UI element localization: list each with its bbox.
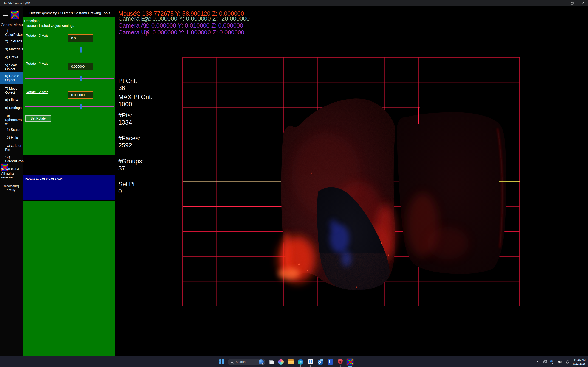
windows-update-icon[interactable] (565, 360, 570, 364)
shield-icon (338, 359, 343, 365)
l-app-button[interactable]: L (326, 358, 334, 366)
copyright-text: © Jeff Kubitz. All rights reserved. (1, 167, 22, 179)
rotate-x-slider[interactable] (25, 47, 114, 53)
clock[interactable]: 11:46 AM 9/23/2025 (573, 358, 586, 366)
store-icon (308, 359, 313, 365)
search-placeholder: Search (236, 360, 257, 364)
microsoft-store-button[interactable] (307, 358, 314, 366)
sidebar-item-draw[interactable]: 4) Draw! (5, 55, 24, 59)
copilot-icon (278, 359, 284, 365)
svg-text:!: ! (551, 361, 552, 362)
stat-pt-cnt: Pt Cnt:36 (118, 77, 137, 92)
edge-button[interactable] (297, 358, 304, 366)
rotate-x-slider-thumb[interactable] (80, 47, 82, 52)
folder-icon (288, 359, 294, 364)
sidebar-item-move-object[interactable]: 7) Move Object (5, 86, 24, 94)
hamburger-menu-icon[interactable] (3, 14, 8, 18)
sidebar-item-spheredraw[interactable]: 10) SphereDraw (5, 114, 24, 125)
minimize-button[interactable] (556, 0, 567, 6)
edge-icon (298, 359, 303, 365)
sidebar-item-settings[interactable]: 9) Settings (5, 106, 24, 110)
sidebar-item-help[interactable]: 12) Help (5, 135, 24, 140)
description-label: Description: (24, 19, 42, 23)
hidden-icons-chevron[interactable] (535, 360, 540, 364)
search-highlight-icon (259, 359, 264, 365)
tray-time: 11:46 AM (573, 358, 586, 362)
volume-icon[interactable] (558, 360, 562, 364)
sidebar-item-sculpt[interactable]: 11) Sculpt (5, 127, 24, 131)
active-app-indicator (348, 366, 352, 367)
sidebar-item-grid-or-pic[interactable]: 13) Grid or Pic (5, 144, 24, 151)
privacy-link[interactable]: Privacy (6, 188, 16, 192)
sidebar-item-rotate-object[interactable]: 6) Rotate Object (5, 74, 24, 82)
stat-num-faces: #Faces:2592 (118, 135, 140, 149)
outlook-icon: O (318, 359, 323, 365)
rotate-y-slider[interactable] (25, 76, 114, 82)
start-button[interactable] (218, 358, 225, 366)
trademarks-link[interactable]: Trademarks (2, 184, 18, 188)
app-title: Hot3dxSymmetry3D DirectX12 Xaml Drawing … (29, 11, 110, 15)
rotate-x-input[interactable]: 0.0f (68, 34, 94, 42)
windows-taskbar: Search O L Hot3D ! 11:46 A (0, 356, 588, 367)
rotate-z-slider-thumb[interactable] (80, 104, 82, 109)
sidebar-item-materials[interactable]: 3) Materials (5, 47, 24, 51)
tray-date: 9/23/2025 (573, 362, 586, 366)
set-rotate-button[interactable]: Set Rotate (25, 115, 51, 122)
sidebar-item-screengrab[interactable]: 14) ScreenGrab (5, 155, 24, 163)
search-input[interactable]: Search (228, 359, 265, 365)
control-menu-header: Control Menu (1, 23, 23, 27)
file-explorer-button[interactable] (287, 358, 295, 366)
camera-up-coordinates: Camera UpX: 0.000000 Y: 1.000000 Z: 0.00… (118, 29, 244, 36)
task-view-button[interactable] (267, 358, 275, 366)
stat-sel-pt: Sel Pt:0 (118, 181, 137, 195)
rotate-x-label: Rotate - X Axis (26, 33, 48, 37)
close-button[interactable] (578, 0, 588, 6)
hot3dx-app-button[interactable]: Hot3D (346, 358, 354, 366)
security-shield-button[interactable] (336, 358, 344, 366)
window-titlebar: Hot3dxSymmetry3D (0, 0, 588, 6)
rotate-z-slider[interactable] (25, 103, 114, 109)
lower-green-panel (23, 201, 115, 356)
rotate-y-input[interactable]: 0.000000 (68, 63, 94, 70)
rotate-status-text: Rotate x: 0.0f y:0.0f z:0.0f (26, 177, 63, 180)
camera-eye-coordinates: Camera EyeX: 0.000000 Y: 0.000000 Z: -20… (118, 15, 250, 22)
rotate-y-slider-thumb[interactable] (80, 76, 82, 81)
sidebar-item-colorpicker[interactable]: 1) ColorPicker (5, 29, 24, 36)
sidebar-item-scale-object[interactable]: 5) Scale Object (5, 63, 24, 71)
rotate-settings-panel: Description: Rotate Finished Object Sett… (23, 17, 115, 155)
rotate-z-input[interactable]: 0.000000 (68, 91, 94, 99)
rotate-z-label: Rotate - Z Axis (26, 90, 48, 94)
legal-links: Trademarks| Privacy (0, 184, 21, 192)
windows-logo-icon (219, 359, 224, 364)
rendered-3d-object (278, 98, 506, 294)
panel-title: Rotate Finished Object Settings (26, 24, 74, 27)
outlook-button[interactable]: O (317, 358, 324, 366)
onedrive-paused-icon[interactable] (543, 360, 547, 364)
copilot-button[interactable] (277, 358, 285, 366)
rotate-status-panel: Rotate x: 0.0f y:0.0f z:0.0f (23, 175, 115, 200)
search-icon (231, 360, 234, 364)
sidebar-item-textures[interactable]: 2) Textures (5, 39, 24, 43)
stat-num-pts: #Pts:1334 (118, 112, 132, 126)
l-app-icon: L (328, 359, 333, 365)
restore-button[interactable] (567, 0, 578, 6)
app-logo-icon: Hot3D (10, 10, 19, 19)
network-wifi-icon[interactable]: ! (550, 360, 555, 364)
camera-at-coordinates: Camera AtX: 0.000000 Y: 0.010000 Z: 0.00… (118, 22, 243, 29)
window-title: Hot3dxSymmetry3D (3, 1, 30, 5)
sidebar-item-fileio[interactable]: 8) FileIO (5, 98, 24, 102)
stat-max-pt-cnt: MAX Pt Cnt:1000 (118, 94, 153, 108)
stat-num-groups: #Groups:37 (118, 158, 144, 172)
rotate-y-label: Rotate - Y Axis (26, 61, 48, 65)
